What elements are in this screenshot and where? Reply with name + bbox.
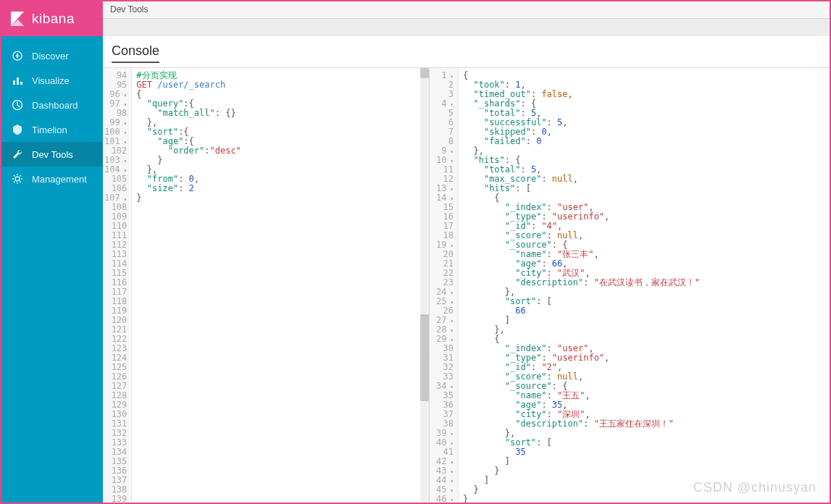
sidebar-item-timelion[interactable]: Timelion: [1, 117, 103, 142]
sidebar-item-management[interactable]: Management: [1, 167, 103, 191]
svg-rect-5: [17, 77, 19, 85]
svg-point-8: [15, 177, 20, 181]
request-editor[interactable]: 9495969798991001011021031041051061071081…: [103, 68, 429, 503]
sidebar: kibana DiscoverVisualizeDashboardTimelio…: [1, 1, 103, 503]
sidebar-item-label: Timelion: [32, 125, 67, 135]
clock-icon: [12, 99, 23, 111]
wrench-icon: [12, 148, 23, 160]
sidebar-item-visualize[interactable]: Visualize: [1, 68, 103, 93]
subbar: [103, 19, 830, 36]
svg-rect-4: [13, 80, 15, 85]
sidebar-item-devtools[interactable]: Dev Tools: [1, 142, 103, 167]
kibana-logo-icon: [9, 10, 26, 28]
sidebar-item-dashboard[interactable]: Dashboard: [1, 93, 103, 117]
page-title: Console: [112, 43, 159, 63]
main: Dev Tools Console 9495969798991001011021…: [103, 1, 830, 503]
console-panes: 9495969798991001011021031041051061071081…: [103, 67, 830, 503]
editor-scrollbar[interactable]: [420, 68, 429, 503]
sidebar-item-discover[interactable]: Discover: [1, 43, 103, 68]
gear-icon: [12, 173, 23, 185]
editor-code[interactable]: #分页实现GET /user/_search{ "query":{ "match…: [132, 68, 429, 503]
svg-rect-6: [20, 82, 22, 85]
breadcrumb-title: Dev Tools: [110, 4, 148, 14]
sidebar-item-label: Discover: [32, 51, 69, 62]
sidebar-item-label: Management: [32, 174, 87, 185]
response-viewer[interactable]: 1234567891011121314151617181920212223242…: [429, 68, 830, 503]
breadcrumb: Dev Tools: [103, 1, 830, 19]
sidebar-item-label: Dashboard: [32, 100, 78, 111]
editor-gutter: 9495969798991001011021031041051061071081…: [103, 68, 132, 503]
shield-icon: [12, 124, 23, 135]
svg-marker-3: [16, 53, 19, 59]
sidebar-item-label: Visualize: [32, 75, 70, 86]
nav: DiscoverVisualizeDashboardTimelionDev To…: [1, 36, 103, 191]
bar-chart-icon: [12, 75, 23, 86]
page-head: Console: [103, 36, 830, 67]
response-gutter: 1234567891011121314151617181920212223242…: [430, 68, 459, 503]
brand-logo[interactable]: kibana: [1, 1, 103, 36]
compass-icon: [12, 50, 23, 62]
response-code: { "took": 1, "timed_out": false, "_shard…: [459, 68, 830, 503]
brand-name: kibana: [32, 11, 75, 27]
sidebar-item-label: Dev Tools: [32, 149, 73, 160]
